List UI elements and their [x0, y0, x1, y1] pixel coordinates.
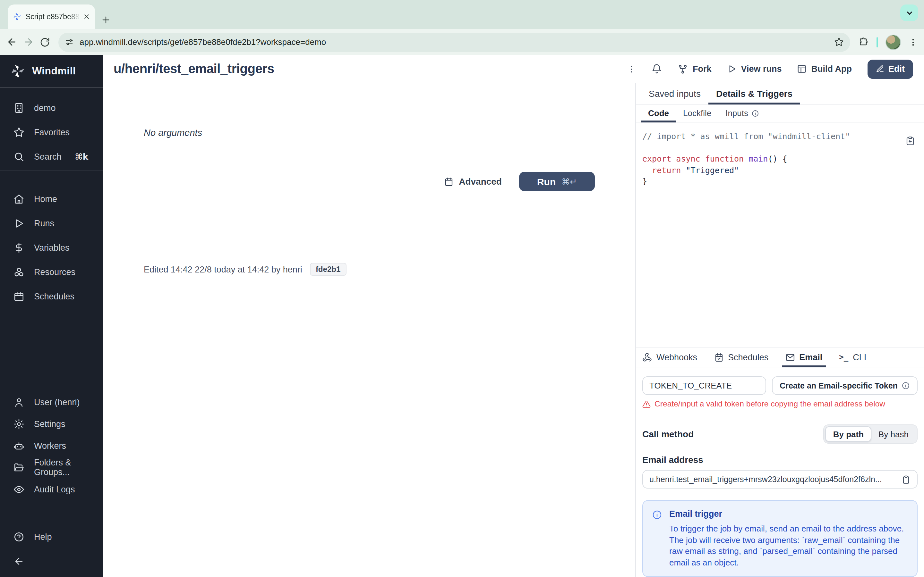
- sidebar-item-settings[interactable]: Settings: [0, 413, 103, 435]
- sidebar-item-favorites[interactable]: Favorites: [0, 120, 103, 144]
- sidebar-item-label: Search: [34, 152, 61, 161]
- browser-chrome: Script e857be88e0fde2b1 | W: [0, 0, 924, 55]
- code-keyword: return: [642, 165, 686, 175]
- reload-button[interactable]: [40, 37, 50, 47]
- help-icon: [13, 531, 24, 542]
- browser-profile-avatar[interactable]: [885, 34, 901, 50]
- by-hash-option[interactable]: By hash: [871, 426, 916, 442]
- cli-label: CLI: [853, 352, 866, 362]
- advanced-label: Advanced: [459, 176, 502, 187]
- call-method-label: Call method: [642, 429, 694, 439]
- sidebar-item-home[interactable]: Home: [0, 187, 103, 211]
- info-box-body: To trigger the job by email, send an ema…: [669, 523, 908, 568]
- tab-lockfile[interactable]: Lockfile: [676, 105, 718, 122]
- info-icon: [901, 382, 910, 390]
- sidebar-item-label: Help: [34, 532, 52, 542]
- details-panel: Saved inputs Details & Triggers Code Loc…: [635, 83, 924, 577]
- notifications-bell-icon[interactable]: [652, 63, 662, 74]
- browser-tab[interactable]: Script e857be88e0fde2b1 | W: [8, 5, 95, 29]
- code-comment: // import * as wmill from "windmill-clie…: [642, 131, 850, 141]
- sidebar-item-workspace[interactable]: demo: [0, 95, 103, 120]
- fork-button[interactable]: Fork: [678, 64, 712, 74]
- bookmark-star-icon[interactable]: [834, 37, 844, 47]
- email-address-label: Email address: [642, 455, 918, 465]
- email-label: Email: [799, 352, 822, 362]
- screen: Script e857be88e0fde2b1 | W: [0, 0, 924, 577]
- sidebar-collapse-button[interactable]: [0, 549, 103, 573]
- more-options-icon[interactable]: [627, 64, 636, 73]
- view-runs-label: View runs: [741, 64, 782, 74]
- back-button[interactable]: [6, 37, 17, 47]
- script-header: u/henri/test_email_triggers: [103, 55, 924, 83]
- edited-info: Edited 14:42 22/8 today at 14:42 by henr…: [144, 264, 302, 274]
- toolbar-separator: [877, 37, 878, 47]
- calendar-check-icon: [714, 352, 724, 362]
- windmill-brand[interactable]: Windmill: [0, 55, 103, 87]
- page-title: u/henri/test_email_triggers: [113, 61, 274, 76]
- sidebar-item-label: Favorites: [34, 127, 69, 137]
- browser-menu-icon[interactable]: [909, 37, 918, 47]
- tab-email[interactable]: Email: [785, 348, 822, 367]
- call-method-toggle: By path By hash: [824, 424, 918, 444]
- by-path-option[interactable]: By path: [825, 426, 871, 442]
- sidebar-item-label: Workers: [34, 441, 66, 450]
- sidebar-item-label: Audit Logs: [34, 484, 75, 494]
- sidebar-item-workers[interactable]: Workers: [0, 435, 103, 456]
- sidebar-item-schedules[interactable]: Schedules: [0, 284, 103, 308]
- windmill-favicon-icon: [13, 12, 22, 21]
- search-shortcut: ⌘k: [75, 152, 88, 161]
- build-app-button[interactable]: Build App: [797, 64, 852, 74]
- tab-close-icon[interactable]: [83, 13, 90, 20]
- url-text: app.windmill.dev/scripts/get/e857be88e0f…: [79, 37, 829, 47]
- sidebar-item-label: Settings: [34, 419, 65, 429]
- code-viewer[interactable]: // import * as wmill from "windmill-clie…: [636, 122, 924, 347]
- tab-inputs-label: Inputs: [725, 108, 748, 118]
- tab-title: Script e857be88e0fde2b1 | W: [26, 13, 79, 21]
- url-bar[interactable]: app.windmill.dev/scripts/get/e857be88e0f…: [58, 32, 850, 52]
- sidebar-item-user[interactable]: User (henri): [0, 391, 103, 413]
- sidebar-item-search[interactable]: Search ⌘k: [0, 144, 103, 169]
- token-input[interactable]: TOKEN_TO_CREATE: [642, 376, 766, 395]
- tab-cli[interactable]: >_ CLI: [839, 348, 866, 367]
- sidebar-item-label: Home: [34, 194, 57, 203]
- tab-code[interactable]: Code: [641, 105, 676, 122]
- sidebar: Windmill demo: [0, 55, 103, 577]
- sidebar-item-resources[interactable]: Resources: [0, 259, 103, 284]
- home-icon: [13, 193, 24, 204]
- create-token-button[interactable]: Create an Email-specific Token: [772, 376, 918, 395]
- extensions-icon[interactable]: [859, 37, 869, 47]
- calendar-icon: [444, 177, 454, 186]
- star-icon: [13, 127, 24, 137]
- version-badge[interactable]: fde2b1: [310, 263, 346, 276]
- copy-code-icon[interactable]: [905, 136, 915, 145]
- site-info-icon[interactable]: [65, 37, 74, 47]
- user-icon: [13, 396, 24, 408]
- forward-button[interactable]: [23, 37, 34, 47]
- sidebar-item-variables[interactable]: Variables: [0, 235, 103, 259]
- trigger-tabbar: Webhooks Schedules Email: [636, 347, 924, 367]
- sidebar-item-help[interactable]: Help: [0, 524, 103, 549]
- tab-schedules[interactable]: Schedules: [714, 348, 768, 367]
- email-address-field[interactable]: u.henri.test_email_triggers+mrsw23zlouxg…: [642, 470, 918, 488]
- window-chevron-button[interactable]: [900, 5, 918, 21]
- new-tab-button[interactable]: [102, 15, 110, 24]
- edit-button[interactable]: Edit: [867, 59, 913, 79]
- run-shortcut: ⌘↵: [561, 177, 577, 186]
- advanced-button[interactable]: Advanced: [444, 176, 502, 187]
- tab-webhooks[interactable]: Webhooks: [642, 348, 697, 367]
- sidebar-item-label: Folders & Groups...: [34, 458, 103, 477]
- tab-saved-inputs[interactable]: Saved inputs: [641, 83, 708, 104]
- tab-details-triggers[interactable]: Details & Triggers: [708, 83, 800, 104]
- run-panel: No arguments Advanced Run ⌘↵: [103, 83, 635, 577]
- tab-inputs[interactable]: Inputs: [718, 105, 766, 122]
- sidebar-item-audit-logs[interactable]: Audit Logs: [0, 478, 103, 500]
- sidebar-item-folders[interactable]: Folders & Groups...: [0, 456, 103, 478]
- run-button[interactable]: Run ⌘↵: [519, 172, 595, 191]
- view-runs-button[interactable]: View runs: [727, 64, 782, 74]
- email-trigger-info-box: Email trigger To trigger the job by emai…: [642, 500, 918, 577]
- code-brace: }: [642, 176, 647, 186]
- mail-icon: [785, 352, 795, 362]
- code-signature: () {: [768, 154, 787, 163]
- sidebar-item-runs[interactable]: Runs: [0, 211, 103, 235]
- sidebar-item-label: Variables: [34, 243, 69, 252]
